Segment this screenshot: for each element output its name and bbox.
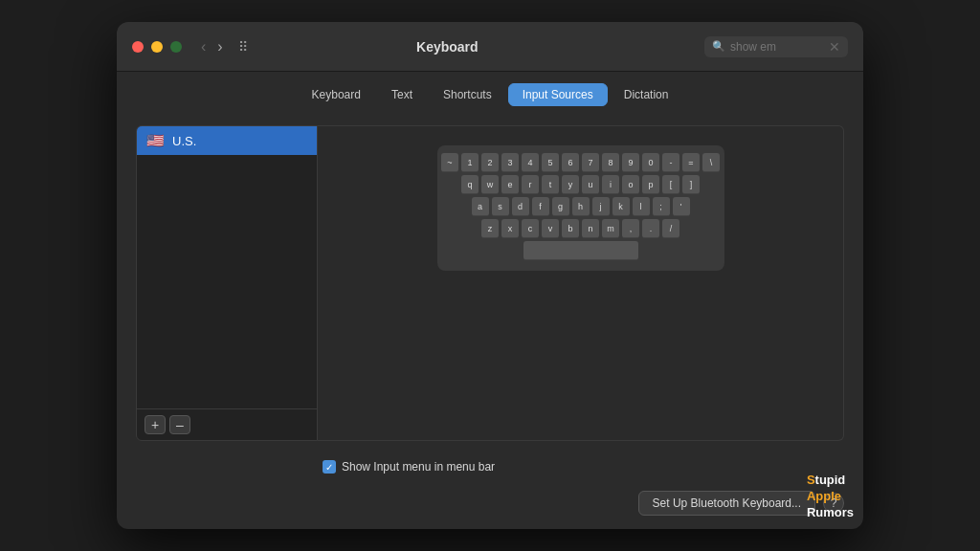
key-2: 2 — [481, 153, 499, 172]
key-d: d — [512, 197, 529, 216]
key-3: 3 — [501, 153, 519, 172]
key-v: v — [542, 219, 559, 238]
key-j: j — [592, 197, 610, 216]
input-list: 🇺🇸 U.S. — [137, 126, 317, 408]
traffic-lights — [132, 41, 182, 53]
input-list-panel: 🇺🇸 U.S. + – — [136, 125, 318, 441]
key-0: 0 — [642, 153, 659, 172]
key-row-3: a s d f g h j k l ; ' — [447, 197, 715, 216]
key-x: x — [501, 219, 519, 238]
key-c: c — [522, 219, 539, 238]
key-quote: ' — [673, 197, 690, 216]
key-q: q — [461, 175, 479, 194]
key-o: o — [622, 175, 639, 194]
tab-input-sources[interactable]: Input Sources — [508, 83, 608, 106]
titlebar: ‹ › ⠿ Keyboard 🔍 ✕ — [117, 22, 863, 72]
key-s: s — [492, 197, 509, 216]
remove-input-button[interactable]: – — [169, 415, 190, 434]
key-slash: / — [662, 219, 679, 238]
key-rbracket: ] — [682, 175, 700, 194]
key-lbracket: [ — [662, 175, 679, 194]
key-comma: , — [622, 219, 639, 238]
key-u: u — [582, 175, 599, 194]
search-icon: 🔍 — [712, 40, 725, 53]
watermark-s: S — [807, 473, 815, 487]
key-r: r — [522, 175, 539, 194]
key-k: k — [612, 197, 630, 216]
key-h: h — [572, 197, 590, 216]
key-space — [523, 241, 638, 260]
show-input-menu-label: Show Input menu in menu bar — [342, 460, 495, 474]
key-a: a — [472, 197, 489, 216]
key-semicolon: ; — [653, 197, 670, 216]
input-item-label: U.S. — [172, 134, 196, 148]
checkbox-wrap: ✓ Show Input menu in menu bar — [323, 460, 495, 474]
keyboard-window: ‹ › ⠿ Keyboard 🔍 ✕ Keyboard Text Shortcu… — [117, 22, 863, 529]
show-input-menu-checkbox[interactable]: ✓ — [323, 460, 336, 474]
key-period: . — [642, 219, 659, 238]
minimize-button[interactable] — [151, 41, 163, 53]
key-7: 7 — [582, 153, 599, 172]
window-title: Keyboard — [190, 39, 704, 55]
bottom-bar: ✓ Show Input menu in menu bar — [117, 452, 863, 483]
main-content: 🇺🇸 U.S. + – ~ 1 2 3 4 5 6 — [117, 114, 863, 452]
key-row-4: z x c v b n m , . / — [447, 219, 715, 238]
watermark-apple-pple: pple — [815, 489, 841, 503]
tab-shortcuts[interactable]: Shortcuts — [429, 83, 506, 106]
tab-keyboard[interactable]: Keyboard — [298, 83, 375, 106]
input-item-us[interactable]: 🇺🇸 U.S. — [137, 126, 317, 155]
key-row-1: ~ 1 2 3 4 5 6 7 8 9 0 - = \ — [447, 153, 715, 172]
key-y: y — [562, 175, 579, 194]
key-equals: = — [682, 153, 700, 172]
watermark-rumors: Rumors — [807, 505, 854, 519]
key-row-space — [447, 241, 715, 260]
key-t: t — [542, 175, 559, 194]
tabs-bar: Keyboard Text Shortcuts Input Sources Di… — [117, 72, 863, 114]
key-backslash: \ — [702, 153, 720, 172]
tab-text[interactable]: Text — [377, 83, 427, 106]
key-m: m — [602, 219, 619, 238]
key-e: e — [501, 175, 519, 194]
close-button[interactable] — [132, 41, 144, 53]
key-i: i — [602, 175, 619, 194]
key-9: 9 — [622, 153, 639, 172]
key-row-2: q w e r t y u i o p [ ] — [447, 175, 715, 194]
key-1: 1 — [461, 153, 479, 172]
search-input[interactable] — [730, 40, 816, 54]
key-w: w — [481, 175, 499, 194]
checkmark-icon: ✓ — [325, 462, 333, 473]
footer: Set Up Bluetooth Keyboard... ? — [117, 483, 863, 529]
keyboard-visual: ~ 1 2 3 4 5 6 7 8 9 0 - = \ q — [437, 145, 724, 271]
key-tilde: ~ — [441, 153, 458, 172]
us-flag-icon: 🇺🇸 — [146, 132, 165, 149]
key-f: f — [532, 197, 549, 216]
watermark-tupid: tupid — [815, 473, 846, 487]
key-p: p — [642, 175, 659, 194]
list-actions: + – — [137, 408, 317, 440]
key-8: 8 — [602, 153, 619, 172]
key-z: z — [481, 219, 499, 238]
setup-bluetooth-button[interactable]: Set Up Bluetooth Keyboard... — [638, 491, 815, 516]
key-n: n — [582, 219, 599, 238]
search-clear-icon[interactable]: ✕ — [829, 39, 840, 55]
key-g: g — [552, 197, 569, 216]
add-input-button[interactable]: + — [145, 415, 166, 434]
key-5: 5 — [542, 153, 559, 172]
keyboard-panel: ~ 1 2 3 4 5 6 7 8 9 0 - = \ q — [318, 125, 844, 441]
key-minus: - — [662, 153, 679, 172]
tab-dictation[interactable]: Dictation — [610, 83, 683, 106]
key-4: 4 — [522, 153, 539, 172]
watermark-apple-a: A — [807, 489, 815, 503]
key-b: b — [562, 219, 579, 238]
key-l: l — [633, 197, 650, 216]
maximize-button[interactable] — [170, 41, 182, 53]
watermark: Stupid Apple Rumors — [807, 473, 854, 521]
key-6: 6 — [562, 153, 579, 172]
search-bar[interactable]: 🔍 ✕ — [704, 36, 848, 57]
